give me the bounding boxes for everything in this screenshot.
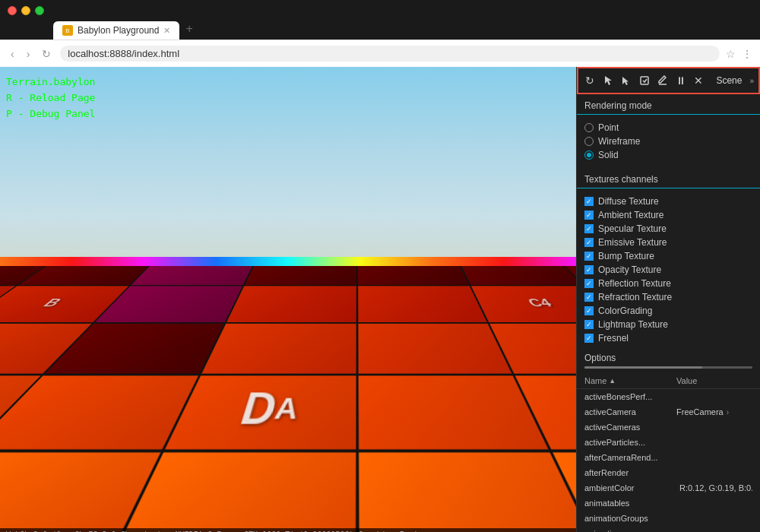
active-tab[interactable]: B Babylon Playground ✕ xyxy=(53,21,179,40)
terrain-perspective: B C4 xyxy=(0,266,576,532)
prop-row-ambientColor[interactable]: ambientColor R:0.12, G:0.19, B:0.34 — xyxy=(577,480,760,496)
checkbox-opacity[interactable]: ✓ Opacity Texture xyxy=(584,263,752,277)
checkbox-reflection[interactable]: ✓ Reflection Texture xyxy=(584,277,752,290)
fullscreen-button[interactable] xyxy=(35,6,44,15)
radio-wireframe[interactable]: Wireframe xyxy=(584,135,752,148)
checkbox-input-refraction[interactable]: ✓ xyxy=(584,293,594,302)
browser-chrome: B Babylon Playground ✕ + ‹ › ↻ ☆ ⋮ xyxy=(0,0,760,67)
checkbox-input-bump[interactable]: ✓ xyxy=(584,252,594,261)
select-button[interactable] xyxy=(637,71,652,90)
forward-button[interactable]: › xyxy=(24,46,33,62)
sort-arrow-icon: ▲ xyxy=(609,377,616,385)
radio-outer-wireframe xyxy=(584,137,594,146)
checkbox-fresnel[interactable]: ✓ Fresnel xyxy=(584,331,752,345)
radio-label-wireframe: Wireframe xyxy=(598,136,640,147)
checkbox-label-fresnel: Fresnel xyxy=(598,333,629,344)
prop-row-activeBonesPerf[interactable]: activeBonesPerf... xyxy=(577,389,760,404)
checkbox-colorgrading[interactable]: ✓ ColorGrading xyxy=(584,304,752,318)
checkbox-input-diffuse[interactable]: ✓ xyxy=(584,197,594,206)
inspector-toolbar: ↻ ⏸ ✕ Scene » xyxy=(577,67,760,94)
svg-rect-0 xyxy=(641,77,648,84)
value-column-header: Value xyxy=(676,376,752,385)
checkbox-input-lightmap[interactable]: ✓ xyxy=(584,320,594,329)
overlay-reload: R - Reload Page xyxy=(6,90,95,106)
back-button[interactable]: ‹ xyxy=(8,46,17,62)
tab-close-icon[interactable]: ✕ xyxy=(163,26,170,36)
options-inner-bar xyxy=(584,366,702,369)
cursor-button[interactable] xyxy=(619,71,634,90)
checkbox-input-specular[interactable]: ✓ xyxy=(584,224,594,233)
refresh-button[interactable]: ↻ xyxy=(583,71,597,90)
tab-favicon: B xyxy=(62,25,73,36)
tile: DA xyxy=(165,376,356,450)
checkbox-label-opacity: Opacity Texture xyxy=(598,264,661,275)
checkbox-label-lightmap: Lightmap Texture xyxy=(598,319,668,330)
prop-row-animations[interactable]: animations xyxy=(577,526,760,532)
viewport-overlay: Terrain.babylon R - Reload Page P - Debu… xyxy=(6,74,95,122)
tile xyxy=(458,266,576,285)
prop-row-afterCameraRend[interactable]: afterCameraRend... xyxy=(577,450,760,465)
checkbox-bump[interactable]: ✓ Bump Texture xyxy=(584,249,752,263)
checkbox-label-diffuse: Diffuse Texture xyxy=(598,196,659,207)
radio-label-solid: Solid xyxy=(598,150,619,160)
checkbox-label-ambient: Ambient Texture xyxy=(598,210,664,220)
prop-row-activeCamera[interactable]: activeCamera FreeCamera › xyxy=(577,404,760,420)
props-header: Name ▲ Value xyxy=(577,373,760,389)
prop-row-animationGroups[interactable]: animationGroups xyxy=(577,511,760,526)
tile xyxy=(202,324,356,374)
checkbox-label-specular: Specular Texture xyxy=(598,223,667,234)
radio-solid[interactable]: Solid xyxy=(584,148,752,162)
pause-button[interactable]: ⏸ xyxy=(673,71,689,90)
checkbox-label-reflection: Reflection Texture xyxy=(598,278,671,289)
checkbox-label-refraction: Refraction Texture xyxy=(598,292,672,302)
prop-row-afterRender[interactable]: afterRender xyxy=(577,465,760,480)
tile xyxy=(131,266,256,285)
checkbox-input-ambient[interactable]: ✓ xyxy=(584,211,594,220)
url-input[interactable] xyxy=(60,46,720,62)
checkbox-input-opacity[interactable]: ✓ xyxy=(584,265,594,274)
chevron-icon: » xyxy=(749,77,754,85)
bookmark-icon[interactable]: ☆ xyxy=(726,48,736,60)
radio-point[interactable]: Point xyxy=(584,121,752,135)
tab-bar: B Babylon Playground ✕ + xyxy=(0,18,760,40)
checkbox-refraction[interactable]: ✓ Refraction Texture xyxy=(584,290,752,304)
checkbox-input-emissive[interactable]: ✓ xyxy=(584,238,594,247)
tile xyxy=(358,286,487,322)
inspector-content[interactable]: Rendering mode Point Wireframe Solid xyxy=(577,94,760,532)
tile xyxy=(359,453,576,532)
checkbox-ambient[interactable]: ✓ Ambient Texture xyxy=(584,208,752,222)
overlay-debug: P - Debug Panel xyxy=(6,106,95,122)
name-column-header[interactable]: Name ▲ xyxy=(584,376,676,385)
checkbox-label-colorgrading: ColorGrading xyxy=(598,306,652,316)
rendering-mode-header: Rendering mode xyxy=(577,94,760,114)
tile xyxy=(226,286,356,322)
checkbox-input-fresnel[interactable]: ✓ xyxy=(584,334,594,343)
rendering-mode-divider xyxy=(577,114,760,115)
overlay-filename: Terrain.babylon xyxy=(6,74,95,90)
checkbox-input-colorgrading[interactable]: ✓ xyxy=(584,306,594,315)
reload-button[interactable]: ↻ xyxy=(39,46,54,62)
radio-inner-solid xyxy=(587,153,591,157)
checkbox-label-bump: Bump Texture xyxy=(598,251,654,261)
main-area: B C4 xyxy=(0,67,760,532)
edit-button[interactable] xyxy=(655,71,670,90)
checkbox-diffuse[interactable]: ✓ Diffuse Texture xyxy=(584,195,752,208)
options-bar xyxy=(584,366,752,369)
checkbox-input-reflection[interactable]: ✓ xyxy=(584,279,594,288)
prop-row-activeCameras[interactable]: activeCameras xyxy=(577,420,760,435)
prop-row-animatables[interactable]: animatables xyxy=(577,496,760,511)
pointer-button[interactable] xyxy=(600,71,616,90)
menu-icon[interactable]: ⋮ xyxy=(742,48,752,60)
close-button[interactable]: ✕ xyxy=(692,71,706,90)
radio-outer-solid xyxy=(584,150,594,160)
minimize-button[interactable] xyxy=(21,6,30,15)
tile: C4 xyxy=(472,286,576,322)
prop-row-activeParticles[interactable]: activeParticles... xyxy=(577,435,760,450)
checkbox-emissive[interactable]: ✓ Emissive Texture xyxy=(584,236,752,249)
close-button[interactable] xyxy=(8,6,17,15)
traffic-lights xyxy=(0,0,760,18)
new-tab-button[interactable]: + xyxy=(179,18,198,40)
terrain-grid: B C4 xyxy=(0,266,576,532)
checkbox-lightmap[interactable]: ✓ Lightmap Texture xyxy=(584,318,752,331)
checkbox-specular[interactable]: ✓ Specular Texture xyxy=(584,222,752,236)
